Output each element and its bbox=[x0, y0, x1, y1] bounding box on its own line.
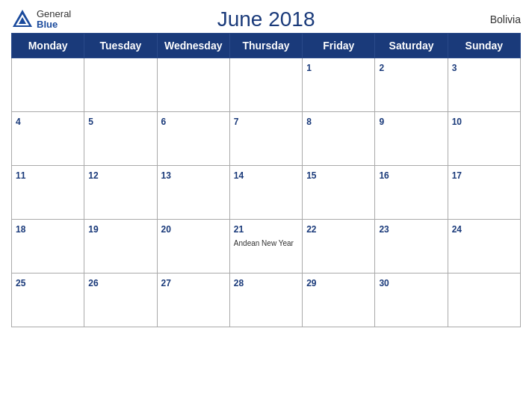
date-number-28: 28 bbox=[234, 278, 244, 288]
day-cell-15: 15 bbox=[303, 166, 375, 220]
date-number-1: 1 bbox=[306, 63, 312, 73]
day-cell-21: 21Andean New Year bbox=[229, 220, 302, 274]
day-cell-30: 30 bbox=[375, 274, 448, 327]
day-cell-16: 16 bbox=[375, 166, 448, 220]
day-cell-18: 18 bbox=[12, 220, 84, 274]
logo-text: General Blue bbox=[37, 9, 71, 31]
day-cell-14: 14 bbox=[229, 166, 302, 220]
day-cell-23: 23 bbox=[375, 220, 448, 274]
date-number-25: 25 bbox=[16, 278, 25, 288]
logo-blue-text: Blue bbox=[37, 19, 71, 30]
week-row-1: 123 bbox=[12, 58, 521, 112]
date-number-9: 9 bbox=[379, 117, 384, 127]
empty-cell-4-6 bbox=[448, 274, 520, 327]
date-number-3: 3 bbox=[452, 63, 457, 73]
date-number-30: 30 bbox=[379, 278, 389, 288]
empty-cell-0-3 bbox=[229, 58, 302, 112]
calendar-title: June 2018 bbox=[217, 7, 315, 31]
empty-cell-0-0 bbox=[12, 58, 84, 112]
date-number-19: 19 bbox=[88, 224, 98, 235]
day-cell-12: 12 bbox=[84, 166, 157, 220]
date-number-23: 23 bbox=[379, 224, 389, 235]
date-number-26: 26 bbox=[88, 278, 98, 288]
day-cell-20: 20 bbox=[157, 220, 229, 274]
date-number-17: 17 bbox=[452, 170, 462, 181]
calendar-table: Monday Tuesday Wednesday Thursday Friday… bbox=[11, 33, 521, 327]
date-number-6: 6 bbox=[161, 117, 167, 127]
date-number-12: 12 bbox=[88, 170, 98, 181]
event-21: Andean New Year bbox=[234, 239, 294, 247]
day-cell-28: 28 bbox=[229, 274, 302, 327]
logo: General Blue bbox=[11, 8, 71, 31]
date-number-10: 10 bbox=[452, 117, 462, 127]
date-number-5: 5 bbox=[88, 117, 93, 127]
logo-general-text: General bbox=[37, 9, 71, 19]
day-cell-24: 24 bbox=[448, 220, 520, 274]
day-cell-1: 1 bbox=[303, 58, 375, 112]
header-monday: Monday bbox=[12, 34, 84, 58]
header-sunday: Sunday bbox=[448, 34, 520, 58]
weekday-header-row: Monday Tuesday Wednesday Thursday Friday… bbox=[12, 34, 521, 58]
date-number-16: 16 bbox=[379, 170, 389, 181]
day-cell-5: 5 bbox=[84, 112, 157, 166]
day-cell-25: 25 bbox=[12, 274, 84, 327]
week-row-2: 45678910 bbox=[12, 112, 521, 166]
day-cell-22: 22 bbox=[303, 220, 375, 274]
header-tuesday: Tuesday bbox=[84, 34, 157, 58]
date-number-18: 18 bbox=[16, 224, 25, 235]
date-number-15: 15 bbox=[306, 170, 316, 181]
week-row-4: 18192021Andean New Year222324 bbox=[12, 220, 521, 274]
date-number-27: 27 bbox=[161, 278, 171, 288]
date-number-14: 14 bbox=[234, 170, 244, 181]
day-cell-17: 17 bbox=[448, 166, 520, 220]
date-number-2: 2 bbox=[379, 63, 384, 73]
empty-cell-0-2 bbox=[157, 58, 229, 112]
week-row-3: 11121314151617 bbox=[12, 166, 521, 220]
header-friday: Friday bbox=[303, 34, 375, 58]
day-cell-13: 13 bbox=[157, 166, 229, 220]
date-number-20: 20 bbox=[161, 224, 171, 235]
date-number-22: 22 bbox=[306, 224, 316, 235]
day-cell-3: 3 bbox=[448, 58, 520, 112]
day-cell-8: 8 bbox=[303, 112, 375, 166]
day-cell-2: 2 bbox=[375, 58, 448, 112]
header-wednesday: Wednesday bbox=[157, 34, 229, 58]
empty-cell-0-1 bbox=[84, 58, 157, 112]
day-cell-19: 19 bbox=[84, 220, 157, 274]
date-number-8: 8 bbox=[306, 117, 312, 127]
logo-icon bbox=[11, 8, 34, 31]
date-number-7: 7 bbox=[234, 117, 239, 127]
day-cell-29: 29 bbox=[303, 274, 375, 327]
day-cell-27: 27 bbox=[157, 274, 229, 327]
header-saturday: Saturday bbox=[375, 34, 448, 58]
title-area: June 2018 bbox=[71, 7, 461, 31]
date-number-13: 13 bbox=[161, 170, 171, 181]
date-number-29: 29 bbox=[306, 278, 316, 288]
date-number-24: 24 bbox=[452, 224, 462, 235]
day-cell-10: 10 bbox=[448, 112, 520, 166]
date-number-11: 11 bbox=[16, 170, 25, 181]
week-row-5: 252627282930 bbox=[12, 274, 521, 327]
day-cell-7: 7 bbox=[229, 112, 302, 166]
header-thursday: Thursday bbox=[229, 34, 302, 58]
date-number-21: 21 bbox=[234, 224, 244, 235]
day-cell-6: 6 bbox=[157, 112, 229, 166]
date-number-4: 4 bbox=[16, 117, 21, 127]
day-cell-4: 4 bbox=[12, 112, 84, 166]
day-cell-26: 26 bbox=[84, 274, 157, 327]
country-label: Bolivia bbox=[461, 13, 521, 25]
page-header: General Blue June 2018 Bolivia bbox=[11, 7, 521, 31]
day-cell-9: 9 bbox=[375, 112, 448, 166]
day-cell-11: 11 bbox=[12, 166, 84, 220]
